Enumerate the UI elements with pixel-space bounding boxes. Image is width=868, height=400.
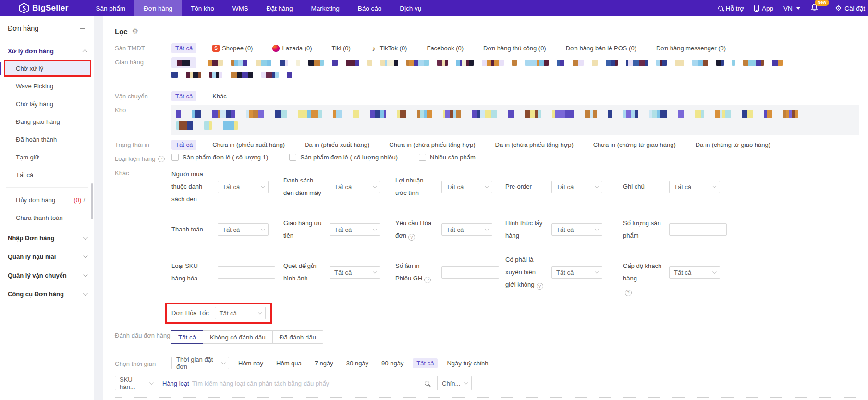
censored-tag[interactable] (716, 60, 724, 66)
censored-tag[interactable] (246, 110, 264, 118)
censored-tag[interactable] (171, 72, 178, 78)
platform-chip[interactable]: Tất cả (171, 43, 196, 53)
censored-tag[interactable] (308, 60, 324, 66)
nav-item[interactable]: Tồn kho (182, 0, 223, 16)
print-status-option[interactable]: Chưa in (phiếu xuất hàng) (208, 140, 289, 150)
filter-select[interactable]: Tất cả (218, 223, 269, 236)
filter-select[interactable]: Tất cả (551, 181, 602, 193)
censored-tag[interactable] (256, 60, 271, 66)
censored-tag[interactable] (456, 60, 474, 66)
censored-tag[interactable] (275, 110, 287, 118)
censored-tag[interactable] (287, 72, 292, 78)
sidebar-section[interactable]: Quản lý vận chuyển (0, 265, 94, 283)
censored-tag[interactable] (192, 110, 201, 118)
censored-tag[interactable] (512, 60, 517, 66)
search-input[interactable] (192, 376, 421, 390)
nav-item[interactable]: Báo cáo (349, 0, 391, 16)
platform-chip[interactable]: Tiki (0) (328, 43, 355, 53)
filter-select[interactable]: Tất cả (551, 266, 602, 279)
censored-tag[interactable] (623, 110, 638, 118)
censored-tag[interactable] (675, 60, 684, 66)
platform-chip[interactable]: Đơn hàng messenger (0) (652, 43, 730, 53)
censored-tag[interactable] (678, 110, 684, 118)
censored-tag[interactable] (176, 121, 193, 130)
censored-tag[interactable] (353, 110, 359, 118)
print-status-option[interactable]: Đã in (chứa phiếu tổng hợp) (491, 140, 577, 150)
sidebar-section-process[interactable]: Xử lý đơn hàng (0, 40, 94, 59)
platform-chip[interactable]: Lazada (0) (269, 43, 316, 53)
platform-chip[interactable]: Shopee (0) (208, 43, 257, 53)
censored-tag[interactable] (231, 60, 247, 66)
censored-tag[interactable] (592, 60, 598, 66)
platform-chip[interactable]: Đơn hàng bán lẻ POS (0) (562, 43, 640, 53)
censored-tag[interactable] (397, 110, 406, 118)
censored-tag[interactable] (692, 60, 708, 66)
help-icon[interactable] (158, 156, 165, 162)
collapse-sidebar-icon[interactable] (80, 25, 87, 31)
print-status-option[interactable]: Chưa in (chứng từ giao hàng) (589, 140, 680, 150)
censored-tag[interactable] (772, 60, 783, 66)
censored-tag[interactable] (557, 60, 564, 66)
platform-chip[interactable]: TikTok (0) (367, 43, 411, 53)
censored-tag[interactable] (508, 110, 514, 118)
censored-tag[interactable] (472, 110, 497, 118)
censored-tag[interactable] (380, 60, 398, 66)
sidebar-item[interactable]: Wave Picking (4, 78, 91, 95)
time-option[interactable]: Hôm nay (234, 358, 267, 368)
censored-tag[interactable] (204, 121, 212, 130)
filter-select[interactable]: Tất cả (669, 181, 720, 193)
settings-link[interactable]: Cài đặt (835, 4, 865, 12)
filter-select[interactable]: Tất cả (215, 307, 266, 319)
mark-button[interactable]: Tất cả (171, 330, 203, 344)
help-icon[interactable] (408, 234, 415, 241)
help-icon[interactable] (537, 283, 543, 290)
censored-tag[interactable] (525, 110, 541, 118)
sidebar-item[interactable]: Chưa thanh toán (4, 209, 91, 226)
sidebar-section[interactable]: Quản lý hậu mãi (0, 246, 94, 265)
censored-tag[interactable] (209, 72, 222, 78)
censored-tag[interactable] (212, 110, 235, 118)
filter-select[interactable]: Tất cả (551, 223, 602, 236)
censored-tag[interactable] (626, 60, 648, 66)
censored-tag[interactable] (525, 60, 549, 66)
help-link[interactable]: Hỗ trợ (718, 5, 744, 12)
brand[interactable]: BigSeller (0, 3, 87, 13)
time-option[interactable]: 7 ngày (311, 358, 337, 368)
time-range-type-select[interactable]: Thời gian đặt đơn (171, 357, 229, 369)
sidebar-item[interactable]: Đã hoàn thành (4, 131, 91, 148)
language-select[interactable]: VN (783, 5, 800, 12)
sidebar-scrollbar[interactable] (91, 183, 93, 219)
censored-tag[interactable] (367, 60, 372, 66)
checkbox-icon[interactable] (289, 154, 296, 161)
print-status-option[interactable]: Đã in (chứng từ giao hàng) (692, 140, 774, 150)
censored-tag[interactable] (743, 60, 764, 66)
censored-tag[interactable] (370, 110, 386, 118)
censored-tag[interactable] (346, 60, 359, 66)
censored-tag[interactable] (608, 110, 612, 118)
censored-tag[interactable] (231, 72, 253, 78)
sidebar-item[interactable]: Tạm giữ (4, 149, 91, 166)
filter-select[interactable]: Tất cả (441, 181, 492, 193)
help-icon[interactable] (625, 290, 632, 296)
filter-input[interactable] (441, 266, 499, 279)
time-option[interactable]: 90 ngày (378, 358, 407, 368)
sidebar-item[interactable]: Hủy đơn hàng (0)/ (4, 192, 91, 208)
shipping-option[interactable]: Tất cả (171, 91, 196, 101)
nav-item[interactable]: WMS (223, 0, 257, 16)
filter-select[interactable]: Tất cả (330, 181, 380, 193)
nav-item[interactable]: Sản phẩm (87, 0, 135, 16)
sidebar-item[interactable]: Chờ lấy hàng (4, 96, 91, 112)
package-type-checkbox[interactable]: Sản phẩm đơn lẻ ( số lượng 1) (171, 154, 268, 161)
nav-item[interactable]: Đơn hàng (134, 0, 182, 16)
app-link[interactable]: App (754, 5, 773, 12)
filter-select[interactable]: Tất cả (669, 266, 720, 279)
time-option[interactable]: 30 ngày (342, 358, 372, 368)
checkbox-icon[interactable] (171, 154, 179, 161)
censored-tag[interactable] (176, 110, 181, 118)
sidebar-section[interactable]: Công cụ Đơn hàng (0, 283, 94, 302)
censored-tag[interactable] (649, 110, 667, 118)
package-type-checkbox[interactable]: Sản phẩm đơn lẻ ( số lượng nhiều) (289, 154, 398, 161)
censored-tag[interactable] (742, 110, 753, 118)
print-status-option[interactable]: Chưa in (chứa phiếu tổng hợp) (385, 140, 479, 150)
sidebar-item[interactable]: Đang giao hàng (4, 113, 91, 130)
